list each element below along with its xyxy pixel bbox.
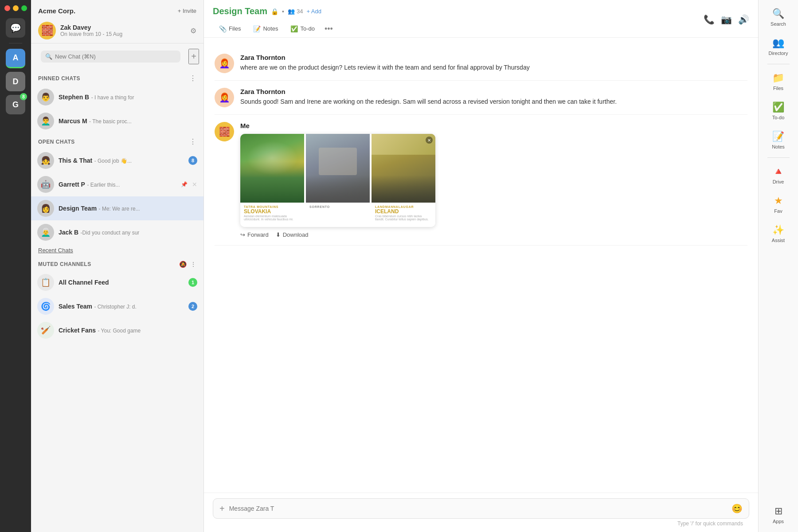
iceland-img (372, 134, 435, 203)
design-team-avatar: 👩 (37, 200, 54, 217)
muted-icons: 🔕 ⋮ (179, 261, 196, 268)
message-input[interactable] (229, 505, 727, 512)
todo-nav-icon: ✅ (772, 102, 784, 113)
sales-team-chat[interactable]: 🌀 Sales Team - Christopher J: d. 2 (31, 294, 203, 318)
new-chat-button[interactable]: + (188, 49, 199, 64)
attach-btn[interactable]: + (219, 504, 225, 514)
user-avatar: 🧱 (38, 22, 56, 39)
right-nav-todo[interactable]: ✅ To-do (761, 97, 796, 125)
files-nav-label: Files (773, 86, 783, 91)
maximize-window-btn[interactable] (21, 5, 27, 11)
this-that-info: This & That - Good job 👋... (59, 156, 184, 164)
travel-design-image: TATRA MOUNTAINS SLOVAKIA Aenean elementu… (240, 134, 435, 227)
search-input[interactable] (55, 53, 176, 60)
right-sidebar: 🔍 Search 👥 Directory 📁 Files ✅ To-do 📝 N… (758, 0, 798, 532)
right-nav-notes[interactable]: 📝 Notes (761, 126, 796, 154)
emoji-btn[interactable]: 😊 (732, 503, 743, 514)
invite-btn[interactable]: + Invite (178, 8, 196, 14)
cricket-fans-icon: 🏏 (37, 322, 54, 339)
todo-nav-label: To-do (772, 115, 785, 120)
right-nav-apps[interactable]: ⊞ Apps (761, 501, 796, 528)
avatar-d[interactable]: D (6, 72, 25, 91)
this-that-badge: 8 (188, 156, 197, 165)
sales-team-icon: 🌀 (37, 298, 54, 315)
pinned-chat-item[interactable]: 👨 Stephen B - I have a thing for (31, 85, 203, 109)
right-nav-divider-2 (767, 157, 790, 158)
phone-call-icon[interactable]: 📞 (704, 14, 715, 25)
sorrento-panel: SORRENTO (306, 134, 370, 227)
chat-nav-btn[interactable]: 💬 (6, 18, 25, 38)
files-tab-label: Files (229, 25, 241, 32)
slovakia-img (240, 134, 304, 203)
tab-files[interactable]: 📎 Files (213, 21, 247, 37)
cricket-fans-chat[interactable]: 🏏 Cricket Fans - You: Good game (31, 318, 203, 342)
open-chats-more-icon[interactable]: ⋮ (189, 137, 196, 146)
avatar-g[interactable]: G 8 (6, 95, 25, 114)
video-call-icon[interactable]: 📷 (721, 14, 732, 25)
user-profile: 🧱 Zak Davey On leave from 10 - 15 Aug ⚙ (31, 18, 203, 43)
download-btn[interactable]: ⬇ Download (276, 231, 309, 238)
fav-nav-label: Fav (774, 208, 782, 214)
badge-count: 8 (20, 93, 27, 100)
close-window-btn[interactable] (4, 5, 10, 11)
all-channel-icon: 📋 (37, 274, 54, 291)
iceland-country: ICELAND (375, 208, 432, 215)
avatar-a[interactable]: A (6, 49, 25, 68)
design-team-preview: - Me: We are re... (99, 206, 140, 212)
right-nav-fav[interactable]: ★ Fav (761, 191, 796, 218)
fav-nav-icon: ★ (774, 195, 783, 207)
slovakia-country: SLOVAKIA (244, 208, 301, 215)
sorrento-content: SORRENTO (306, 203, 370, 227)
garrett-chat[interactable]: 🤖 Garrett P - Earlier this... 📌 ✕ (31, 172, 203, 196)
marcus-avatar: 👨‍🦱 (37, 113, 54, 129)
add-members-btn[interactable]: + Add (306, 8, 321, 15)
right-nav-drive[interactable]: 🔺 Drive (761, 161, 796, 189)
forward-btn[interactable]: ↪ Forward (240, 231, 269, 238)
search-bar: 🔍 (41, 51, 180, 63)
message-input-area: + 😊 Type '/' for quick commands (204, 493, 758, 532)
minimize-window-btn[interactable] (13, 5, 19, 11)
settings-icon[interactable]: ⚙ (190, 27, 196, 35)
cricket-fans-preview: - You: Good game (98, 328, 141, 334)
search-icon: 🔍 (45, 53, 52, 60)
iceland-desc: Cras bibendum cursus nibh lacikatlandit.… (375, 215, 432, 221)
muted-more-icon[interactable]: ⋮ (190, 261, 196, 268)
right-nav-directory[interactable]: 👥 Directory (761, 33, 796, 60)
sales-team-badge: 2 (188, 302, 197, 311)
tabs-more-btn[interactable]: ••• (321, 21, 336, 37)
all-channel-feed[interactable]: 📋 All Channel Feed 1 (31, 270, 203, 294)
slovakia-content: TATRA MOUNTAINS SLOVAKIA Aenean elementu… (240, 203, 304, 227)
right-nav-search[interactable]: 🔍 Search (761, 4, 796, 31)
marcus-preview: - The basic proc... (89, 118, 132, 125)
tab-todo[interactable]: ✅ To-do (284, 21, 321, 37)
right-nav-files[interactable]: 📁 Files (761, 68, 796, 95)
recent-chats-link[interactable]: Recent Chats (31, 244, 203, 256)
pinned-chats-more-icon[interactable]: ⋮ (189, 74, 196, 82)
muted-channels-header: MUTED CHANNELS 🔕 ⋮ (31, 256, 203, 270)
open-chats-title: OPEN CHATS (38, 139, 75, 145)
files-nav-icon: 📁 (772, 72, 784, 84)
sorrento-region: SORRENTO (309, 205, 366, 208)
design-team-info: Design Team - Me: We are re... (59, 204, 197, 212)
pinned-chat-item-marcus[interactable]: 👨‍🦱 Marcus M - The basic proc... (31, 109, 203, 133)
marcus-info: Marcus M - The basic proc... (59, 117, 197, 125)
garrett-info: Garrett P - Earlier this... (59, 180, 176, 188)
speaker-icon[interactable]: 🔊 (738, 14, 749, 25)
message-actions: ↪ Forward ⬇ Download (240, 231, 747, 238)
messages-area: 👩‍🦰 Zara Thornton where are we on the pr… (204, 38, 758, 493)
jack-b-chat[interactable]: 👨‍🦳 Jack B -Did you conduct any sur (31, 220, 203, 244)
this-that-chat[interactable]: 👧 This & That - Good job 👋... 8 (31, 149, 203, 172)
muted-bell-icon[interactable]: 🔕 (179, 261, 187, 268)
open-chats-header: OPEN CHATS ⋮ (31, 133, 203, 149)
close-image-btn[interactable]: ✕ (426, 137, 433, 144)
apps-nav-label: Apps (773, 519, 784, 524)
garrett-avatar: 🤖 (37, 176, 54, 193)
sender-name-1: Zara Thornton (240, 54, 747, 61)
forward-label: Forward (247, 231, 269, 238)
right-nav-assist[interactable]: ✨ Assist (761, 220, 796, 247)
tab-notes[interactable]: 📝 Notes (247, 21, 284, 37)
message-input-box: + 😊 (213, 498, 749, 519)
design-team-chat[interactable]: 👩 Design Team - Me: We are re... (31, 196, 203, 220)
close-chat-icon[interactable]: ✕ (192, 181, 197, 188)
user-info: Zak Davey On leave from 10 - 15 Aug (60, 24, 186, 37)
